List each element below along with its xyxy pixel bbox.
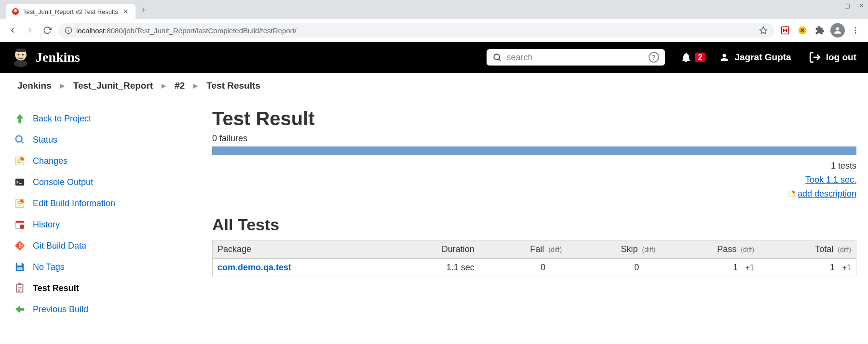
sidebar-item-no-tags[interactable]: No Tags (10, 256, 212, 278)
tab-close-icon[interactable]: ✕ (122, 8, 130, 15)
sidebar-item-test-result[interactable]: Test Result (10, 278, 212, 299)
svg-point-16 (494, 54, 500, 60)
all-tests-heading: All Tests (212, 215, 856, 234)
result-progress-bar (212, 146, 856, 155)
svg-point-8 (855, 27, 856, 28)
jenkins-logo[interactable]: Jenkins (12, 47, 80, 68)
sidebar-item-status[interactable]: Status (10, 129, 212, 150)
search-box[interactable]: ? (487, 49, 665, 66)
svg-rect-32 (17, 267, 23, 270)
sidebar-item-label: No Tags (33, 262, 65, 272)
window-close-icon[interactable]: ✕ (859, 2, 864, 9)
address-bar[interactable]: localhost:8080/job/Test_Junit_Report/las… (58, 23, 774, 38)
svg-point-19 (16, 136, 22, 142)
user-name: Jagrat Gupta (734, 52, 791, 63)
sidebar-item-edit-build-information[interactable]: Edit Build Information (10, 193, 212, 214)
svg-rect-31 (17, 263, 22, 266)
browser-chrome: — ▢ ✕ Test_Junit_Report #2 Test Results … (0, 0, 868, 42)
col-total[interactable]: Total (diff) (759, 240, 856, 258)
tests-table: Package Duration Fail (diff) Skip (diff)… (212, 240, 856, 277)
failures-text: 0 failures (212, 133, 856, 144)
reload-button[interactable] (41, 24, 54, 37)
jenkins-logo-text: Jenkins (36, 50, 80, 65)
browser-menu-icon[interactable] (849, 24, 862, 37)
jenkins-logo-icon (12, 47, 30, 68)
sidebar-item-label: Status (33, 135, 57, 145)
cell-pass: 1+1 (660, 258, 759, 277)
cell-fail: 0 (479, 258, 567, 277)
logout-link[interactable]: log out (809, 51, 856, 64)
extension-shield-icon[interactable] (796, 24, 809, 37)
sidebar-item-back-to-project[interactable]: Back to Project (10, 108, 212, 129)
breadcrumb-item[interactable]: Test Results (206, 80, 260, 91)
breadcrumb-item[interactable]: #2 (175, 80, 185, 91)
svg-point-14 (18, 54, 20, 56)
save-disk-icon (14, 261, 26, 273)
site-info-icon[interactable] (65, 26, 72, 34)
notepad-pencil-icon (14, 197, 26, 210)
col-package[interactable]: Package (213, 240, 390, 258)
bookmark-star-icon[interactable] (759, 26, 768, 35)
window-maximize-icon[interactable]: ▢ (844, 2, 850, 9)
browser-tab[interactable]: Test_Junit_Report #2 Test Results ✕ (6, 4, 136, 19)
tests-count: 1 tests (212, 159, 856, 173)
svg-point-15 (22, 54, 24, 56)
breadcrumb-separator-icon: ▶ (162, 82, 166, 89)
breadcrumb-item[interactable]: Test_Junit_Report (73, 80, 153, 91)
extensions-icon[interactable] (813, 24, 827, 37)
col-fail[interactable]: Fail (diff) (479, 240, 567, 258)
breadcrumb-item[interactable]: Jenkins (17, 80, 52, 91)
jenkins-header: Jenkins ? 2 Jagrat Gupta log out (0, 42, 868, 73)
search-help-icon[interactable]: ? (649, 52, 659, 63)
new-tab-button[interactable]: + (136, 1, 152, 19)
svg-rect-26 (16, 221, 24, 223)
notification-count-badge: 2 (695, 53, 706, 62)
search-input[interactable] (507, 53, 644, 63)
sidebar-item-git-build-data[interactable]: Git Build Data (10, 235, 212, 256)
package-link[interactable]: com.demo.qa.test (217, 263, 291, 272)
profile-avatar-icon[interactable] (830, 23, 845, 38)
table-row: com.demo.qa.test 1.1 sec 0 0 1+1 1+1 (213, 258, 856, 277)
add-description-link[interactable]: add description (798, 187, 856, 201)
extension-mcafee-icon[interactable] (778, 24, 792, 37)
user-link[interactable]: Jagrat Gupta (719, 52, 791, 63)
terminal-icon (14, 176, 26, 188)
user-icon (719, 52, 730, 63)
col-duration[interactable]: Duration (390, 240, 479, 258)
sidebar-item-previous-build[interactable]: Previous Build (10, 299, 212, 320)
left-arrow-icon (14, 303, 26, 316)
sidebar-item-console-output[interactable]: Console Output (10, 172, 212, 193)
svg-line-17 (499, 59, 501, 61)
svg-point-10 (855, 32, 856, 34)
sidebar-item-history[interactable]: History (10, 214, 212, 235)
git-icon (14, 239, 26, 252)
clipboard-icon (14, 282, 26, 294)
sidebar-item-label: History (33, 220, 60, 230)
edit-icon (788, 190, 796, 198)
sidebar-item-label: Git Build Data (33, 241, 86, 251)
window-minimize-icon[interactable]: — (829, 2, 836, 9)
main-content: Test Result 0 failures 1 tests Took 1.1 … (212, 99, 868, 329)
svg-rect-22 (15, 179, 24, 186)
search-icon (492, 53, 502, 62)
sidebar-item-changes[interactable]: Changes (10, 150, 212, 172)
cell-duration: 1.1 sec (390, 258, 479, 277)
forward-button[interactable] (23, 24, 37, 37)
breadcrumb-separator-icon: ▶ (193, 82, 198, 89)
svg-rect-34 (18, 283, 21, 285)
logout-icon (809, 51, 821, 64)
col-pass[interactable]: Pass (diff) (660, 240, 759, 258)
breadcrumb: Jenkins ▶ Test_Junit_Report ▶ #2 ▶ Test … (0, 73, 868, 99)
calendar-icon (14, 218, 26, 231)
sidebar-item-label: Console Output (33, 177, 93, 187)
col-skip[interactable]: Skip (diff) (567, 240, 660, 258)
sidebar-item-label: Changes (33, 156, 68, 166)
took-time-link[interactable]: Took 1.1 sec. (805, 175, 856, 185)
back-button[interactable] (6, 24, 19, 37)
sidebar-item-label: Previous Build (33, 304, 88, 315)
up-arrow-icon (14, 112, 26, 125)
notifications-button[interactable]: 2 (680, 52, 706, 63)
svg-point-1 (14, 9, 17, 12)
sidebar: Back to Project Status Changes Console O… (0, 99, 212, 329)
tab-title: Test_Junit_Report #2 Test Results (23, 8, 118, 15)
